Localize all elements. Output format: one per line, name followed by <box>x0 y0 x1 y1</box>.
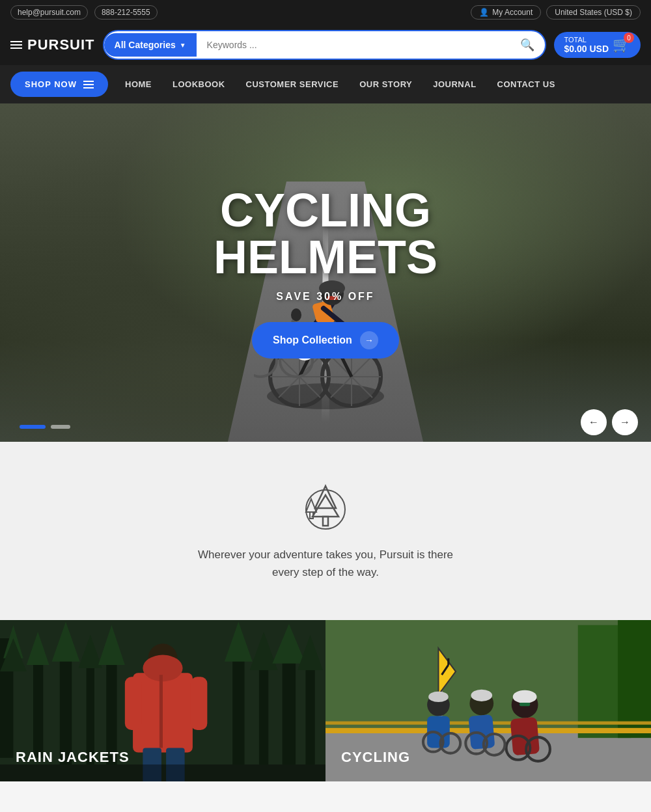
rain-jackets-label: RAIN JACKETS <box>16 749 130 766</box>
nav-journal[interactable]: JOURNAL <box>422 65 486 103</box>
cart-icon-wrap: 🛒 0 <box>613 36 630 53</box>
hero-section: CYCLING HELMETS SAVE 30% OFF Shop Collec… <box>0 103 651 442</box>
main-nav: SHOP NOW HOME LOOKBOOK CUSTOMER SERVICE … <box>0 65 651 103</box>
category-select[interactable]: All Categories ▼ <box>104 33 197 57</box>
nav-contact-us[interactable]: CONTACT US <box>487 65 566 103</box>
top-bar-left: help@pursuit.com 888-212-5555 <box>10 5 158 20</box>
cart-label: TOTAL <box>564 36 609 44</box>
nav-customer-service[interactable]: CUSTOMER SERVICE <box>236 65 350 103</box>
slider-dots <box>20 425 70 429</box>
svg-rect-63 <box>159 675 163 748</box>
svg-point-91 <box>471 690 492 701</box>
chevron-down-icon: ▼ <box>180 42 186 49</box>
phone-contact[interactable]: 888-212-5555 <box>94 5 158 20</box>
menu-icon <box>10 41 22 49</box>
nav-our-story[interactable]: OUR STORY <box>349 65 422 103</box>
svg-rect-38 <box>310 512 313 519</box>
header: Pursuit All Categories ▼ 🔍 TOTAL $0.00 U… <box>0 25 651 65</box>
svg-rect-73 <box>618 620 651 738</box>
search-button[interactable]: 🔍 <box>510 31 545 59</box>
top-bar-right: 👤 My Account United States (USD $) <box>471 5 641 20</box>
shop-collection-label: Shop Collection <box>273 334 352 346</box>
features-tagline: Wherever your adventure takes you, Pursu… <box>163 546 488 581</box>
search-input[interactable] <box>197 33 510 57</box>
svg-rect-50 <box>106 649 117 765</box>
cart-info: TOTAL $0.00 USD <box>564 36 609 54</box>
logo[interactable]: Pursuit <box>10 36 95 53</box>
slider-prev-button[interactable]: ← <box>581 409 607 435</box>
nature-icon <box>299 481 352 533</box>
email-contact[interactable]: help@pursuit.com <box>10 5 88 20</box>
category-cards: RAIN JACKETS <box>0 620 651 781</box>
slider-dot-1[interactable] <box>20 425 46 429</box>
features-section: Wherever your adventure takes you, Pursu… <box>0 442 651 620</box>
svg-rect-83 <box>468 714 495 750</box>
top-bar: help@pursuit.com 888-212-5555 👤 My Accou… <box>0 0 651 25</box>
nav-lookbook[interactable]: LOOKBOOK <box>162 65 236 103</box>
svg-rect-65 <box>191 677 208 731</box>
arrow-right-icon: → <box>620 416 630 428</box>
hero-content: CYCLING HELMETS SAVE 30% OFF Shop Collec… <box>214 187 437 359</box>
hero-subtitle: SAVE 30% OFF <box>214 291 437 303</box>
slider-dot-2[interactable] <box>51 425 70 429</box>
svg-rect-64 <box>125 677 142 731</box>
hamburger-icon <box>83 81 94 88</box>
search-icon: 🔍 <box>520 38 534 51</box>
svg-point-90 <box>513 690 537 703</box>
cart-button[interactable]: TOTAL $0.00 USD 🛒 0 <box>554 32 641 58</box>
my-account-button[interactable]: 👤 My Account <box>471 5 541 20</box>
slider-arrows: ← → <box>581 409 638 435</box>
arrow-left-icon: ← <box>589 416 599 428</box>
hero-title-line2: HELMETS <box>214 234 437 280</box>
features-icon <box>13 481 638 533</box>
hero-title-line1: CYCLING <box>214 187 437 234</box>
slider-next-button[interactable]: → <box>612 409 638 435</box>
logo-text: Pursuit <box>27 36 95 53</box>
shop-now-label: SHOP NOW <box>25 79 77 89</box>
svg-rect-68 <box>0 765 326 781</box>
features-tagline-line2: every step of the way. <box>272 566 379 578</box>
category-cycling[interactable]: CYCLING <box>326 620 651 781</box>
arrow-right-icon: → <box>360 331 378 349</box>
svg-rect-36 <box>323 517 328 526</box>
currency-button[interactable]: United States (USD $) <box>546 5 641 20</box>
category-label: All Categories <box>115 40 176 50</box>
hero-title: CYCLING HELMETS <box>214 187 437 280</box>
account-icon: 👤 <box>479 8 489 17</box>
nav-links: HOME LOOKBOOK CUSTOMER SERVICE OUR STORY… <box>115 65 566 103</box>
svg-point-92 <box>428 692 449 702</box>
nav-home[interactable]: HOME <box>115 65 162 103</box>
search-bar: All Categories ▼ 🔍 <box>103 30 546 60</box>
svg-rect-44 <box>33 652 43 758</box>
cycling-label: CYCLING <box>341 749 410 766</box>
svg-rect-46 <box>60 645 72 765</box>
shop-collection-button[interactable]: Shop Collection → <box>252 322 399 359</box>
features-tagline-line1: Wherever your adventure takes you, Pursu… <box>198 548 453 561</box>
svg-rect-93 <box>519 703 530 706</box>
cart-badge: 0 <box>624 33 634 43</box>
shop-now-button[interactable]: SHOP NOW <box>10 72 108 97</box>
svg-rect-58 <box>305 655 314 765</box>
category-rain-jackets[interactable]: RAIN JACKETS <box>0 620 326 781</box>
cart-amount: $0.00 USD <box>564 44 609 54</box>
svg-rect-48 <box>87 655 94 765</box>
